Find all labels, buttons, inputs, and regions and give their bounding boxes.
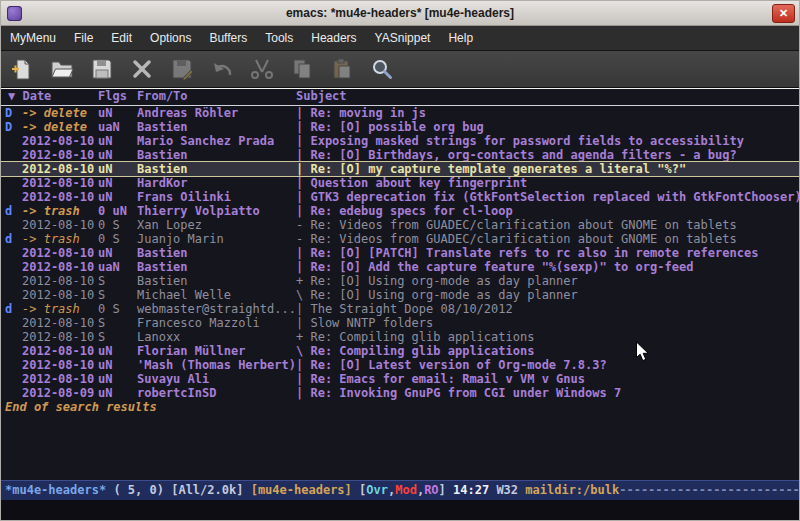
row-subject: | Re: moving in js bbox=[296, 106, 426, 120]
menu-item-headers[interactable]: Headers bbox=[302, 27, 365, 50]
message-row[interactable]: 2012-08-10uNBastien| Re: [O] Birthdays, … bbox=[1, 148, 799, 162]
message-row[interactable]: 2012-08-10uNFrans Oilinki| GTK3 deprecat… bbox=[1, 190, 799, 204]
row-subject: | Re: [O] Birthdays, org-contacts and ag… bbox=[296, 148, 737, 162]
message-row[interactable]: d-> trash0 SJuanjo Marin- Re: Videos fro… bbox=[1, 232, 799, 246]
message-row[interactable]: 2012-08-10uNMario Sanchez Prada| Exposin… bbox=[1, 134, 799, 148]
new-file-button[interactable] bbox=[9, 56, 35, 82]
open-button[interactable] bbox=[49, 56, 75, 82]
close-buffer-button[interactable] bbox=[129, 56, 155, 82]
message-row[interactable]: 2012-08-10SLanoxx+ Re: Compiling glib ap… bbox=[1, 330, 799, 344]
menu-item-help[interactable]: Help bbox=[439, 27, 482, 50]
message-row[interactable]: 2012-08-10SBastien+ Re: [O] Using org-mo… bbox=[1, 274, 799, 288]
row-date: 2012-08-10 bbox=[22, 372, 94, 386]
search-button[interactable] bbox=[369, 56, 395, 82]
message-row[interactable]: 2012-08-10SMichael Welle\ Re: [O] Using … bbox=[1, 288, 799, 302]
mu4e-headers-buffer: ▼ Date Flgs From/To Subject D-> deleteuN… bbox=[1, 88, 799, 480]
undo-button[interactable] bbox=[209, 56, 235, 82]
modeline-segment: 14:27 bbox=[453, 483, 496, 497]
row-from: Bastien bbox=[137, 260, 188, 274]
menu-item-file[interactable]: File bbox=[65, 27, 102, 50]
menu-item-edit[interactable]: Edit bbox=[102, 27, 141, 50]
column-header-date[interactable]: ▼ Date bbox=[8, 89, 51, 104]
message-row[interactable]: 2012-08-10uNFlorian Müllner\ Re: Compili… bbox=[1, 344, 799, 358]
message-row[interactable]: 2012-08-10uNHardKor| Question about key … bbox=[1, 176, 799, 190]
menu-item-tools[interactable]: Tools bbox=[256, 27, 302, 50]
modeline-segment: [mu4e-headers] bbox=[251, 483, 352, 497]
message-row[interactable]: 2012-08-10uaNBastien| Re: [O] Add the ca… bbox=[1, 260, 799, 274]
message-row[interactable]: 2012-08-100 SXan Lopez- Re: Videos from … bbox=[1, 218, 799, 232]
row-from: Mario Sanchez Prada bbox=[137, 134, 274, 148]
menu-item-yasnippet[interactable]: YASnippet bbox=[366, 27, 440, 50]
row-from: Andreas Röhler bbox=[137, 106, 238, 120]
row-date: 2012-08-09 bbox=[22, 386, 94, 400]
row-mark: D bbox=[5, 120, 12, 134]
window-close-button[interactable]: ✕ bbox=[772, 4, 795, 23]
close-icon: ✕ bbox=[779, 7, 788, 20]
message-list: D-> deleteuNAndreas Röhler| Re: moving i… bbox=[1, 106, 799, 400]
message-row[interactable]: 2012-08-10SFrancesco Mazzoli| Slow NNTP … bbox=[1, 316, 799, 330]
row-flags: uN bbox=[98, 106, 112, 120]
message-row[interactable]: d-> trash0 uNThierry Volpiatto| Re: edeb… bbox=[1, 204, 799, 218]
modeline-segment: *mu4e-headers* bbox=[5, 483, 106, 497]
column-header-subject[interactable]: Subject bbox=[296, 89, 347, 104]
copy-button[interactable] bbox=[289, 56, 315, 82]
row-mark: d bbox=[5, 232, 12, 246]
row-date: 2012-08-10 bbox=[22, 330, 94, 344]
menu-item-buffers[interactable]: Buffers bbox=[200, 27, 256, 50]
row-flags: 0 S bbox=[98, 302, 120, 316]
message-row[interactable]: D-> deleteuaNBastien| Re: [O] possible o… bbox=[1, 120, 799, 134]
row-subject: | Re: [O] possible org bug bbox=[296, 120, 484, 134]
row-date: -> trash bbox=[22, 302, 80, 316]
row-date: 2012-08-10 bbox=[22, 176, 94, 190]
search-icon bbox=[370, 57, 394, 81]
echo-area[interactable] bbox=[1, 500, 799, 520]
save-as-icon bbox=[170, 57, 194, 81]
row-from: robertcInSD bbox=[137, 386, 216, 400]
row-date: -> trash bbox=[22, 204, 80, 218]
row-from: Michael Welle bbox=[137, 288, 231, 302]
toolbar bbox=[1, 51, 799, 88]
paste-icon bbox=[330, 57, 354, 81]
row-flags: uN bbox=[98, 148, 112, 162]
paste-button[interactable] bbox=[329, 56, 355, 82]
row-flags: uN bbox=[98, 134, 112, 148]
row-date: -> delete bbox=[22, 120, 87, 134]
modeline-segment: Mod bbox=[395, 483, 417, 497]
message-row[interactable]: 2012-08-10uNBastien| Re: [O] my capture … bbox=[1, 162, 799, 176]
row-from: Lanoxx bbox=[137, 330, 180, 344]
save-button[interactable] bbox=[89, 56, 115, 82]
mouse-cursor bbox=[635, 341, 650, 363]
message-row[interactable]: 2012-08-10uNBastien| Re: [O] [PATCH] Tra… bbox=[1, 246, 799, 260]
row-subject: | Re: [O] Latest version of Org-mode 7.8… bbox=[296, 358, 607, 372]
row-from: Juanjo Marin bbox=[137, 232, 224, 246]
column-header-from[interactable]: From/To bbox=[137, 89, 188, 104]
close-icon bbox=[130, 57, 154, 81]
row-subject: | Re: edebug specs for cl-loop bbox=[296, 204, 513, 218]
message-row[interactable]: d-> trash0 Swebmaster@straightd...| The … bbox=[1, 302, 799, 316]
row-flags: uN bbox=[98, 176, 112, 190]
save-as-button[interactable] bbox=[169, 56, 195, 82]
message-row[interactable]: 2012-08-10uNSuvayu Ali| Re: Emacs for em… bbox=[1, 372, 799, 386]
column-header-flags[interactable]: Flgs bbox=[98, 89, 127, 104]
title-bar: emacs: *mu4e-headers* [mu4e-headers] ✕ bbox=[1, 1, 799, 26]
message-row[interactable]: D-> deleteuNAndreas Röhler| Re: moving i… bbox=[1, 106, 799, 120]
row-from: Bastien bbox=[137, 274, 188, 288]
menubar: MyMenuFileEditOptionsBuffersToolsHeaders… bbox=[1, 26, 799, 51]
row-date: 2012-08-10 bbox=[22, 358, 94, 372]
row-from: Suvayu Ali bbox=[137, 372, 209, 386]
row-flags: S bbox=[98, 274, 105, 288]
message-row[interactable]: 2012-08-09uNrobertcInSD| Re: Invoking Gn… bbox=[1, 386, 799, 400]
menu-item-mymenu[interactable]: MyMenu bbox=[1, 27, 65, 50]
row-subject: | The Straight Dope 08/10/2012 bbox=[296, 302, 513, 316]
menu-item-options[interactable]: Options bbox=[141, 27, 200, 50]
cut-button[interactable] bbox=[249, 56, 275, 82]
row-date: 2012-08-10 bbox=[22, 190, 94, 204]
message-row[interactable]: 2012-08-10uN'Mash (Thomas Herbert)| Re: … bbox=[1, 358, 799, 372]
row-subject: + Re: [O] Using org-mode as day planner bbox=[296, 274, 578, 288]
row-date: 2012-08-10 bbox=[22, 148, 94, 162]
row-flags: uN bbox=[98, 386, 112, 400]
modeline-segment: ( 5, 0) bbox=[106, 483, 171, 497]
row-subject: - Re: Videos from GUADEC/clarification a… bbox=[296, 218, 737, 232]
row-subject: | GTK3 deprecation fix (GtkFontSelection… bbox=[296, 190, 799, 204]
modeline-segment: Ovr bbox=[366, 483, 388, 497]
